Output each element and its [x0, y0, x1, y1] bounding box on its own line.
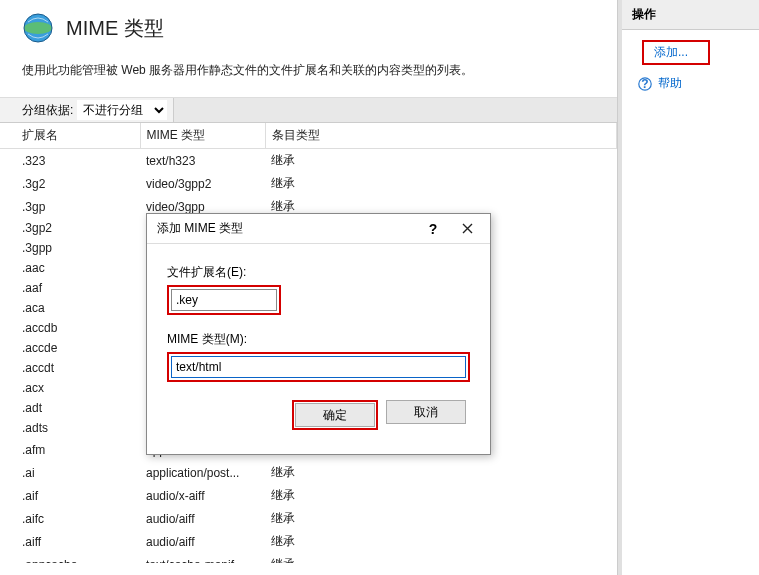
- cell-etype: 继承: [265, 484, 617, 507]
- cell-etype: 继承: [265, 530, 617, 553]
- cell-ext: .afm: [0, 438, 140, 461]
- cell-etype: 继承: [265, 507, 617, 530]
- cell-mime: application/post...: [140, 461, 265, 484]
- cell-ext: .adts: [0, 418, 140, 438]
- dialog-help-button[interactable]: ?: [416, 217, 450, 241]
- dialog-buttons: 确定 取消: [167, 400, 470, 444]
- groupby-strip: [173, 98, 617, 122]
- cell-ext: .adt: [0, 398, 140, 418]
- cell-ext: .appcache: [0, 553, 140, 563]
- cell-ext: .accde: [0, 338, 140, 358]
- cell-ext: .3gpp: [0, 238, 140, 258]
- page-description: 使用此功能管理被 Web 服务器用作静态文件的文件扩展名和关联的内容类型的列表。: [0, 54, 617, 97]
- ok-button[interactable]: 确定: [295, 403, 375, 427]
- cell-mime: audio/aiff: [140, 507, 265, 530]
- ext-field-highlight: [167, 285, 281, 315]
- cell-ext: .aifc: [0, 507, 140, 530]
- mime-input[interactable]: [171, 356, 466, 378]
- dialog-body: 文件扩展名(E): MIME 类型(M): 确定 取消: [147, 244, 490, 454]
- cell-etype: 继承: [265, 553, 617, 563]
- svg-point-1: [24, 22, 52, 34]
- close-icon[interactable]: [450, 217, 484, 241]
- add-link-highlight: 添加...: [642, 40, 710, 65]
- globe-icon: [22, 12, 54, 44]
- cell-ext: .ai: [0, 461, 140, 484]
- cell-mime: text/h323: [140, 149, 265, 173]
- cell-ext: .323: [0, 149, 140, 173]
- table-row[interactable]: .aifcaudio/aiff继承: [0, 507, 617, 530]
- cell-ext: .accdt: [0, 358, 140, 378]
- cell-ext: .accdb: [0, 318, 140, 338]
- cell-mime: video/3gpp2: [140, 172, 265, 195]
- cell-ext: .acx: [0, 378, 140, 398]
- cell-mime: text/cache-manif...: [140, 553, 265, 563]
- mime-field-label: MIME 类型(M):: [167, 331, 470, 348]
- cell-ext: .aac: [0, 258, 140, 278]
- page-title: MIME 类型: [66, 15, 164, 42]
- table-row[interactable]: .aifaudio/x-aiff继承: [0, 484, 617, 507]
- add-mime-dialog: 添加 MIME 类型 ? 文件扩展名(E): MIME 类型(M): 确定 取消: [146, 213, 491, 455]
- col-header-mime[interactable]: MIME 类型: [140, 123, 265, 149]
- table-row[interactable]: .aiffaudio/aiff继承: [0, 530, 617, 553]
- groupby-bar: 分组依据: 不进行分组: [0, 97, 617, 123]
- ext-input[interactable]: [171, 289, 277, 311]
- ext-field-label: 文件扩展名(E):: [167, 264, 470, 281]
- actions-panel: 操作 添加... ? 帮助: [618, 0, 759, 575]
- dialog-titlebar[interactable]: 添加 MIME 类型 ?: [147, 214, 490, 244]
- table-row[interactable]: .appcachetext/cache-manif...继承: [0, 553, 617, 563]
- cell-etype: 继承: [265, 149, 617, 173]
- ok-button-highlight: 确定: [292, 400, 378, 430]
- title-row: MIME 类型: [0, 12, 617, 54]
- cell-mime: audio/x-aiff: [140, 484, 265, 507]
- table-row[interactable]: .aiapplication/post...继承: [0, 461, 617, 484]
- cell-ext: .aiff: [0, 530, 140, 553]
- cell-etype: 继承: [265, 461, 617, 484]
- add-link[interactable]: 添加...: [654, 45, 688, 59]
- help-row[interactable]: ? 帮助: [628, 71, 753, 92]
- dialog-title: 添加 MIME 类型: [157, 220, 416, 237]
- mime-field-highlight: [167, 352, 470, 382]
- cell-ext: .aaf: [0, 278, 140, 298]
- groupby-select[interactable]: 不进行分组: [77, 100, 167, 120]
- cell-etype: 继承: [265, 172, 617, 195]
- help-link[interactable]: 帮助: [658, 75, 682, 92]
- help-icon: ?: [638, 77, 652, 91]
- cell-ext: .aca: [0, 298, 140, 318]
- table-row[interactable]: .323text/h323继承: [0, 149, 617, 173]
- cell-ext: .3gp: [0, 195, 140, 218]
- svg-text:?: ?: [641, 77, 648, 91]
- cell-mime: audio/aiff: [140, 530, 265, 553]
- groupby-label: 分组依据:: [0, 102, 77, 119]
- cell-ext: .3gp2: [0, 218, 140, 238]
- cell-ext: .3g2: [0, 172, 140, 195]
- cancel-button[interactable]: 取消: [386, 400, 466, 424]
- col-header-etype[interactable]: 条目类型: [265, 123, 617, 149]
- actions-header: 操作: [622, 0, 759, 30]
- cell-ext: .aif: [0, 484, 140, 507]
- col-header-ext[interactable]: 扩展名: [0, 123, 140, 149]
- table-row[interactable]: .3g2video/3gpp2继承: [0, 172, 617, 195]
